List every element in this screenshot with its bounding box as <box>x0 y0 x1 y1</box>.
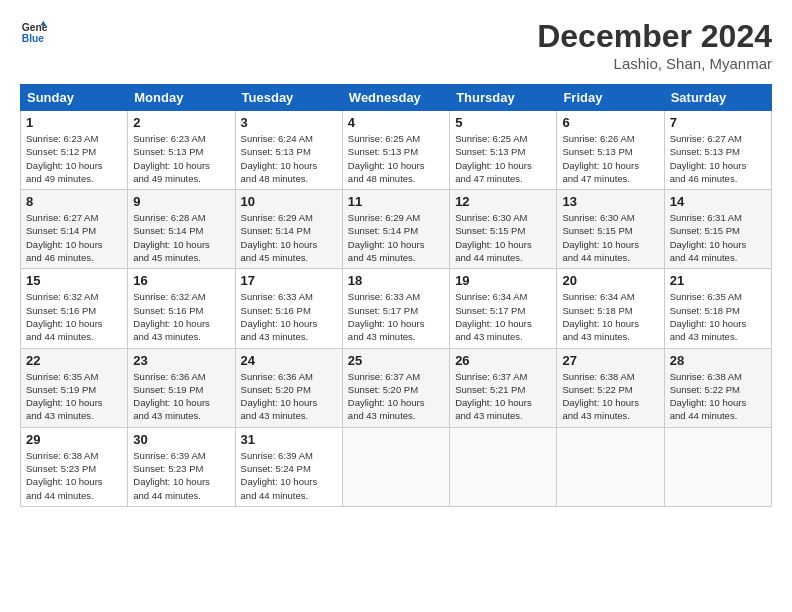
header-row: Sunday Monday Tuesday Wednesday Thursday… <box>21 85 772 111</box>
table-row: 1Sunrise: 6:23 AMSunset: 5:12 PMDaylight… <box>21 111 128 190</box>
table-row: 5Sunrise: 6:25 AMSunset: 5:13 PMDaylight… <box>450 111 557 190</box>
table-row: 26Sunrise: 6:37 AMSunset: 5:21 PMDayligh… <box>450 348 557 427</box>
table-row <box>342 427 449 506</box>
col-monday: Monday <box>128 85 235 111</box>
table-row: 30Sunrise: 6:39 AMSunset: 5:23 PMDayligh… <box>128 427 235 506</box>
table-row: 13Sunrise: 6:30 AMSunset: 5:15 PMDayligh… <box>557 190 664 269</box>
calendar-page: General Blue December 2024 Lashio, Shan,… <box>0 0 792 517</box>
table-row: 29Sunrise: 6:38 AMSunset: 5:23 PMDayligh… <box>21 427 128 506</box>
table-row <box>557 427 664 506</box>
table-row: 4Sunrise: 6:25 AMSunset: 5:13 PMDaylight… <box>342 111 449 190</box>
table-row: 12Sunrise: 6:30 AMSunset: 5:15 PMDayligh… <box>450 190 557 269</box>
title-block: December 2024 Lashio, Shan, Myanmar <box>537 18 772 72</box>
table-row: 28Sunrise: 6:38 AMSunset: 5:22 PMDayligh… <box>664 348 771 427</box>
table-row: 27Sunrise: 6:38 AMSunset: 5:22 PMDayligh… <box>557 348 664 427</box>
table-row: 20Sunrise: 6:34 AMSunset: 5:18 PMDayligh… <box>557 269 664 348</box>
col-sunday: Sunday <box>21 85 128 111</box>
table-row: 8Sunrise: 6:27 AMSunset: 5:14 PMDaylight… <box>21 190 128 269</box>
table-row: 14Sunrise: 6:31 AMSunset: 5:15 PMDayligh… <box>664 190 771 269</box>
table-row: 23Sunrise: 6:36 AMSunset: 5:19 PMDayligh… <box>128 348 235 427</box>
table-row: 25Sunrise: 6:37 AMSunset: 5:20 PMDayligh… <box>342 348 449 427</box>
col-wednesday: Wednesday <box>342 85 449 111</box>
table-row: 7Sunrise: 6:27 AMSunset: 5:13 PMDaylight… <box>664 111 771 190</box>
col-saturday: Saturday <box>664 85 771 111</box>
table-row: 6Sunrise: 6:26 AMSunset: 5:13 PMDaylight… <box>557 111 664 190</box>
table-row: 21Sunrise: 6:35 AMSunset: 5:18 PMDayligh… <box>664 269 771 348</box>
table-row: 16Sunrise: 6:32 AMSunset: 5:16 PMDayligh… <box>128 269 235 348</box>
table-row: 24Sunrise: 6:36 AMSunset: 5:20 PMDayligh… <box>235 348 342 427</box>
table-row: 17Sunrise: 6:33 AMSunset: 5:16 PMDayligh… <box>235 269 342 348</box>
table-row: 9Sunrise: 6:28 AMSunset: 5:14 PMDaylight… <box>128 190 235 269</box>
table-row: 19Sunrise: 6:34 AMSunset: 5:17 PMDayligh… <box>450 269 557 348</box>
table-row: 3Sunrise: 6:24 AMSunset: 5:13 PMDaylight… <box>235 111 342 190</box>
col-thursday: Thursday <box>450 85 557 111</box>
location: Lashio, Shan, Myanmar <box>537 55 772 72</box>
table-row: 2Sunrise: 6:23 AMSunset: 5:13 PMDaylight… <box>128 111 235 190</box>
table-row <box>664 427 771 506</box>
table-row: 15Sunrise: 6:32 AMSunset: 5:16 PMDayligh… <box>21 269 128 348</box>
col-friday: Friday <box>557 85 664 111</box>
table-row: 31Sunrise: 6:39 AMSunset: 5:24 PMDayligh… <box>235 427 342 506</box>
calendar-table: Sunday Monday Tuesday Wednesday Thursday… <box>20 84 772 507</box>
table-row: 11Sunrise: 6:29 AMSunset: 5:14 PMDayligh… <box>342 190 449 269</box>
header: General Blue December 2024 Lashio, Shan,… <box>20 18 772 72</box>
month-title: December 2024 <box>537 18 772 55</box>
table-row: 22Sunrise: 6:35 AMSunset: 5:19 PMDayligh… <box>21 348 128 427</box>
table-row: 10Sunrise: 6:29 AMSunset: 5:14 PMDayligh… <box>235 190 342 269</box>
table-row: 18Sunrise: 6:33 AMSunset: 5:17 PMDayligh… <box>342 269 449 348</box>
table-row <box>450 427 557 506</box>
col-tuesday: Tuesday <box>235 85 342 111</box>
svg-text:Blue: Blue <box>22 33 45 44</box>
logo: General Blue <box>20 18 52 46</box>
logo-icon: General Blue <box>20 18 48 46</box>
